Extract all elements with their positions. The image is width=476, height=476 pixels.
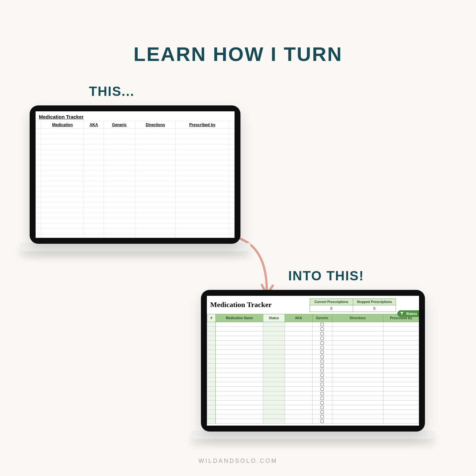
summary-stopped-label: Stopped Prescriptions <box>353 299 396 305</box>
table-row[interactable] <box>207 378 419 382</box>
summary-stopped: Stopped Prescriptions 0 <box>353 299 396 312</box>
table-row[interactable] <box>207 336 419 341</box>
table-row[interactable] <box>207 414 419 419</box>
summary-current-value: 0 <box>310 305 353 312</box>
table-row[interactable] <box>207 401 419 405</box>
table-row[interactable] <box>36 155 235 160</box>
table-row[interactable] <box>207 410 419 414</box>
plain-header-aka: AKA <box>84 121 104 129</box>
table-row[interactable] <box>36 208 235 213</box>
table-row[interactable] <box>207 345 419 350</box>
table-row[interactable] <box>36 160 235 166</box>
laptop-after-screen: Medication Tracker Current Prescriptions… <box>201 290 425 432</box>
summary-current: Current Prescriptions 0 <box>310 299 353 312</box>
table-row[interactable] <box>36 197 235 203</box>
headline: LEARN HOW I TURN <box>0 43 476 66</box>
table-row[interactable] <box>207 359 419 364</box>
table-row[interactable] <box>36 139 235 145</box>
summary-current-label: Current Prescriptions <box>310 299 353 305</box>
table-row[interactable] <box>36 134 235 139</box>
table-row[interactable] <box>36 129 235 134</box>
table-row[interactable] <box>207 391 419 396</box>
laptop-before-base <box>20 243 250 251</box>
table-row[interactable] <box>36 176 235 182</box>
generic-checkbox[interactable] <box>321 415 324 418</box>
plain-header-prescribed-by: Prescribed by <box>176 121 229 129</box>
plain-header-trailing <box>229 121 235 129</box>
styled-table: # Medication Name Status AKA Generic Dir… <box>207 314 419 424</box>
plain-header-generic: Generic <box>104 121 135 129</box>
generic-checkbox[interactable] <box>321 323 324 326</box>
generic-checkbox[interactable] <box>321 332 324 335</box>
table-row[interactable] <box>207 354 419 359</box>
table-row[interactable] <box>36 182 235 187</box>
generic-checkbox[interactable] <box>321 337 324 340</box>
generic-checkbox[interactable] <box>321 346 324 349</box>
table-row[interactable] <box>36 229 235 234</box>
table-row[interactable] <box>36 187 235 192</box>
table-row[interactable] <box>36 203 235 208</box>
laptop-before-screen: Medication Tracker Medication AKA Generi… <box>30 105 240 244</box>
generic-checkbox[interactable] <box>321 350 324 354</box>
label-this: THIS... <box>89 84 134 99</box>
generic-checkbox[interactable] <box>321 387 324 391</box>
table-row[interactable] <box>36 171 235 176</box>
generic-checkbox[interactable] <box>321 383 324 386</box>
styled-header-generic: Generic <box>312 314 332 322</box>
generic-checkbox[interactable] <box>321 401 324 405</box>
generic-checkbox[interactable] <box>321 360 324 363</box>
plain-table: Medication AKA Generic Directions Prescr… <box>36 121 235 238</box>
plain-header-directions: Directions <box>135 121 176 129</box>
table-row[interactable] <box>36 150 235 155</box>
table-row[interactable] <box>207 364 419 368</box>
generic-checkbox[interactable] <box>321 410 324 414</box>
table-row[interactable] <box>207 322 419 327</box>
table-row[interactable] <box>207 331 419 336</box>
laptop-before: Medication Tracker Medication AKA Generi… <box>30 105 250 251</box>
plain-header-blank <box>36 121 41 129</box>
table-row[interactable] <box>207 327 419 331</box>
table-row[interactable] <box>36 192 235 197</box>
generic-checkbox[interactable] <box>321 378 324 381</box>
table-row[interactable] <box>207 419 419 424</box>
generic-checkbox[interactable] <box>321 327 324 331</box>
generic-checkbox[interactable] <box>321 374 324 377</box>
generic-checkbox[interactable] <box>321 341 324 345</box>
generic-checkbox[interactable] <box>321 369 324 372</box>
table-row[interactable] <box>207 387 419 391</box>
table-row[interactable] <box>36 234 235 238</box>
table-row[interactable] <box>207 382 419 387</box>
table-row[interactable] <box>207 373 419 378</box>
plain-title: Medication Tracker <box>36 111 235 121</box>
funnel-icon <box>400 312 404 316</box>
table-row[interactable] <box>36 224 235 229</box>
table-row[interactable] <box>207 405 419 410</box>
table-row[interactable] <box>36 213 235 218</box>
table-row[interactable] <box>36 166 235 171</box>
generic-checkbox[interactable] <box>321 364 324 368</box>
summary-boxes: Current Prescriptions 0 Stopped Prescrip… <box>310 298 396 312</box>
styled-top-bar: Medication Tracker Current Prescriptions… <box>207 296 419 314</box>
table-row[interactable] <box>36 145 235 150</box>
table-row[interactable] <box>207 341 419 345</box>
generic-checkbox[interactable] <box>321 355 324 358</box>
status-filter-pill[interactable]: Status <box>397 310 419 317</box>
generic-checkbox[interactable] <box>321 397 324 400</box>
generic-checkbox[interactable] <box>321 406 324 409</box>
generic-checkbox[interactable] <box>321 392 324 395</box>
styled-header-medication-name: Medication Name <box>216 314 263 322</box>
table-row[interactable] <box>207 350 419 354</box>
table-row[interactable] <box>207 368 419 373</box>
table-row[interactable] <box>207 396 419 401</box>
label-into-this: INTO THIS! <box>288 268 364 283</box>
watermark: WILDANDSOLO.COM <box>0 458 476 464</box>
styled-header-aka: AKA <box>285 314 312 322</box>
styled-header-number: # <box>207 314 216 322</box>
styled-title: Medication Tracker <box>210 298 272 309</box>
laptop-after-base <box>191 431 435 439</box>
laptop-after: Medication Tracker Current Prescriptions… <box>201 290 435 439</box>
status-pill-label: Status <box>406 312 417 316</box>
table-row[interactable] <box>36 218 235 224</box>
generic-checkbox[interactable] <box>321 420 324 423</box>
styled-header-status: Status <box>263 314 285 322</box>
